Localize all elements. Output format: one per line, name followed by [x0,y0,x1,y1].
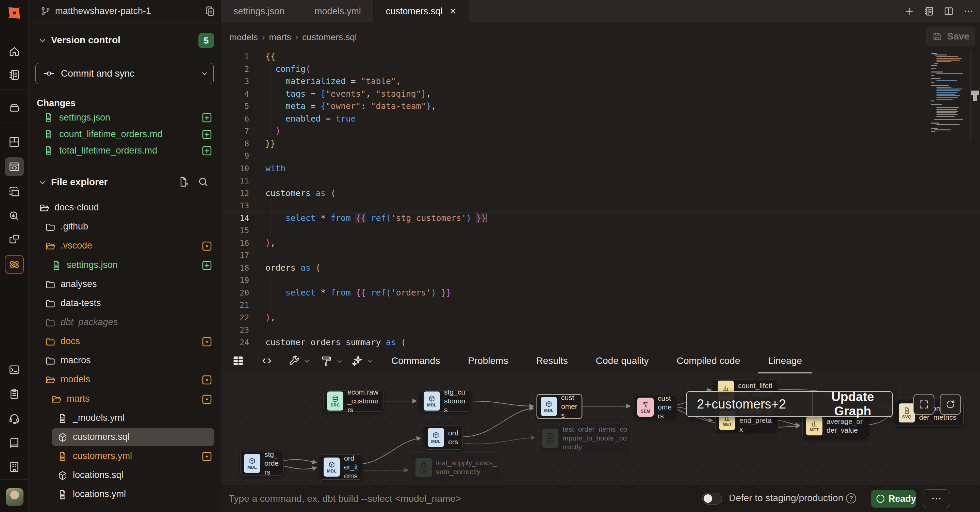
help-icon[interactable]: ? [846,493,856,504]
environments-icon[interactable] [5,98,24,117]
lineage-canvas[interactable]: SRCecom.raw_customersMDLstg_customersMDL… [221,373,980,485]
tree-item-macros[interactable]: macros [29,352,221,370]
tab-customers-sql[interactable]: customers.sql✕ [374,0,469,22]
lineage-node-test-supply-costs[interactable]: TSTtest_supply_costs_sum_correctly [412,453,501,482]
tab--models-yml[interactable]: _models.yml [297,0,374,22]
panel-tab-problems[interactable]: Problems [468,348,508,373]
save-icon [932,31,942,41]
tree-item-customers-yml[interactable]: customers.yml [29,447,221,466]
lineage-node-order-items[interactable]: MDLorder_items [320,455,362,480]
chevron-down-icon[interactable] [366,357,374,365]
panel-tab-compiled-code[interactable]: Compiled code [676,348,740,373]
chevron-down-icon[interactable] [303,357,311,365]
lineage-node-ecom-raw-customers[interactable]: SRCecom.raw_customers [323,391,384,412]
visual-editor-icon[interactable] [5,182,24,201]
dbt-logo-icon[interactable] [6,5,23,21]
tree-item-locations-sql[interactable]: locations.sql [29,466,221,485]
terminal-icon[interactable] [5,360,24,379]
home-icon[interactable] [5,42,24,61]
refresh-graph-button[interactable] [940,394,961,415]
ai-tools-icon[interactable] [351,355,363,367]
catalog-icon[interactable] [5,65,24,85]
editor-more-icon[interactable] [963,6,974,17]
stage-file-icon[interactable] [201,128,213,140]
stage-file-icon[interactable] [201,112,213,124]
stage-file-icon[interactable] [201,145,213,157]
tree-item-locations-yml[interactable]: locations.yml [29,485,221,504]
commit-and-sync-button[interactable]: Commit and sync [35,63,214,84]
changed-file-row[interactable]: total_lifetime_orders.md [29,143,221,159]
scrollbar-thumb[interactable] [971,91,979,95]
scrollbar-thumb[interactable] [973,95,977,101]
command-input[interactable] [229,490,637,507]
tree-item-marts[interactable]: marts [29,390,221,408]
breadcrumb-item[interactable]: models [229,32,258,43]
minimap[interactable] [931,53,970,134]
format-tools-icon[interactable] [321,355,333,367]
tree-item--github[interactable]: .github [29,218,221,236]
status-badge[interactable]: Ready [871,490,916,507]
search-icon[interactable] [197,176,209,188]
code-view-icon[interactable] [261,355,273,367]
user-avatar[interactable] [6,488,24,506]
studio-ide-icon[interactable] [5,157,24,176]
tree-item-models[interactable]: models [29,371,221,389]
new-tab-icon[interactable] [904,6,915,17]
copy-branch-icon[interactable] [204,5,216,17]
lineage-node-orders[interactable]: MDLorders [424,425,463,450]
more-options-button[interactable] [923,489,950,508]
breadcrumb-item[interactable]: customers.sql [302,32,356,43]
update-graph-button[interactable]: Update Graph [813,390,892,418]
close-icon[interactable]: ✕ [449,6,457,17]
tree-item-dbt-packages[interactable]: dbt_packages [29,314,221,332]
breadcrumb-item[interactable]: marts [269,32,291,43]
organization-icon[interactable] [5,458,24,477]
documentation-icon[interactable] [5,433,24,453]
build-tools-icon[interactable] [288,355,300,367]
chevron-down-icon[interactable] [336,357,344,365]
code-line: 5 meta = {"owner": "data-team"}, [221,100,980,113]
git-branch-icon [40,6,51,17]
modified-dot-badge [201,336,213,348]
branch-header[interactable]: matthewshaver-patch-1 [29,0,221,22]
defer-toggle[interactable] [702,493,722,504]
changed-file-row[interactable]: settings.json [29,110,221,126]
lineage-node-customers-semantic[interactable]: SEMcustomers [633,396,677,418]
lineage-selector-input[interactable]: 2+customers+2 [687,397,813,412]
fullscreen-button[interactable] [913,394,934,415]
jobs-icon[interactable] [5,384,24,404]
tree-item-docs[interactable]: docs [29,333,221,351]
tree-item--models-yml[interactable]: _models.yml [29,409,221,427]
code-editor[interactable]: models › marts › customers.sql Save 1{{2… [221,22,980,348]
new-file-icon[interactable] [178,176,189,188]
panel-tab-commands[interactable]: Commands [391,348,440,373]
tree-item--vscode[interactable]: .vscode [29,237,221,255]
copilot-icon[interactable] [5,255,24,274]
tab-settings-json[interactable]: settings.json [221,0,297,22]
lineage-node-test-order-items[interactable]: TSTtest_order_items_compute_to_bools _co… [538,423,632,453]
orchestration-icon[interactable] [5,230,24,249]
explore-icon[interactable] [5,206,24,225]
changed-file-row[interactable]: count_lifetime_orders.md [29,126,221,143]
chevron-down-icon[interactable] [37,177,48,188]
save-button[interactable]: Save [926,27,975,46]
chevron-down-icon[interactable] [37,35,48,46]
results-table-icon[interactable] [232,355,244,367]
tree-item-settings-json[interactable]: settings.json [29,256,221,275]
tree-item-data-tests[interactable]: data-tests [29,295,221,313]
lineage-selector[interactable]: 2+customers+2 Update Graph [686,391,893,417]
panel-tab-results[interactable]: Results [536,348,568,373]
open-catalog-icon[interactable] [924,6,934,17]
split-editor-icon[interactable] [943,6,954,17]
panel-tab-code-quality[interactable]: Code quality [596,348,649,373]
tree-item-docs-cloud[interactable]: docs-cloud [29,199,221,217]
commit-options-caret[interactable] [195,63,213,84]
support-icon[interactable] [5,409,24,428]
dashboard-icon[interactable] [5,132,24,152]
panel-tab-lineage[interactable]: Lineage [768,348,802,373]
lineage-node-stg-customers[interactable]: MDLstg_customers [420,391,471,412]
tree-item-customers-sql[interactable]: customers.sql [29,428,221,447]
lineage-node-customers-model[interactable]: MDLcustomers [537,394,582,418]
lineage-node-stg-orders[interactable]: MDLstg_orders [240,451,284,475]
tree-item-analyses[interactable]: analyses [29,275,221,294]
